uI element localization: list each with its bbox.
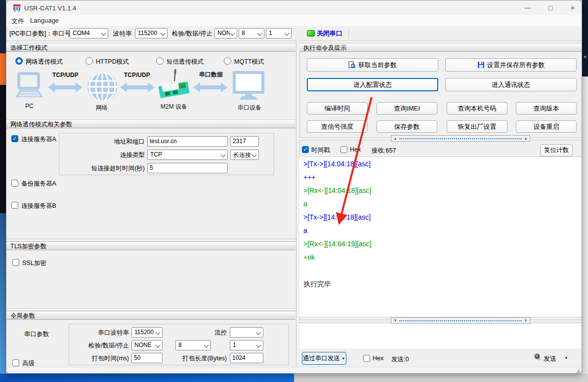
- screen: × USR-CAT1 V1.1.4 — □ × 文件 Language [PC串…: [0, 0, 588, 382]
- global-databits-select[interactable]: 8: [175, 340, 211, 350]
- radio-mqtt-label[interactable]: MQTT模式: [234, 58, 264, 66]
- log-line: +++: [303, 173, 316, 181]
- menu-bar: 文件 Language: [6, 15, 582, 27]
- chevron-down-icon: [161, 31, 166, 36]
- chevron-down-icon: [230, 31, 235, 36]
- chevron-down-icon: [204, 343, 209, 348]
- flow-label: 流控: [187, 329, 227, 337]
- factory-reset-button[interactable]: 恢复出厂设置: [447, 120, 507, 133]
- ssl-label[interactable]: SSL加密: [22, 259, 46, 267]
- sent-count: 发送:0: [391, 355, 409, 364]
- double-arrow-icon: [48, 82, 83, 93]
- desktop-taskbar: [0, 374, 588, 382]
- query-signal-button[interactable]: 查信号强度: [307, 120, 368, 133]
- radio-mqtt[interactable]: [224, 57, 231, 65]
- recv-count: 接收:657: [372, 147, 396, 155]
- radio-net-transparent[interactable]: [15, 57, 23, 65]
- chevron-down-icon: [221, 153, 226, 157]
- maximize-button[interactable]: □: [540, 0, 561, 15]
- log-hex-label[interactable]: Hex: [350, 146, 361, 153]
- get-params-button[interactable]: 获取当前参数: [307, 58, 438, 72]
- port-input[interactable]: 2317: [230, 136, 259, 147]
- send-button[interactable]: 发送: [544, 354, 556, 363]
- close-serial-button[interactable]: 关闭串口: [317, 29, 342, 38]
- timestamp-label[interactable]: 时间戳: [311, 146, 330, 154]
- addr-input[interactable]: test.usr.cn: [147, 136, 228, 147]
- send-horn-icon: [534, 353, 542, 361]
- radio-sms-transparent[interactable]: [156, 57, 164, 65]
- global-parity-select[interactable]: NONE: [131, 340, 163, 350]
- enter-comm-button[interactable]: 进入通讯状态: [445, 78, 577, 91]
- tls-header: TLS加密参数: [6, 241, 295, 250]
- device-reboot-button[interactable]: 设备重启: [516, 120, 577, 133]
- status-strip: ◢: [6, 367, 582, 374]
- pack-time-input[interactable]: 50: [131, 353, 163, 363]
- set-save-params-button[interactable]: 设置并保存所有参数: [445, 58, 577, 72]
- m2m-device-icon: [158, 69, 190, 100]
- radio-sms-transparent-label[interactable]: 短信透传模式: [167, 58, 204, 66]
- radio-httpd[interactable]: [85, 57, 93, 65]
- server-a-label[interactable]: 连接服务器A: [21, 135, 56, 144]
- chevron-down-icon: [256, 330, 261, 335]
- databits-select[interactable]: 8: [239, 28, 264, 38]
- diagram-link3-label: 串口数据: [199, 71, 223, 79]
- log-area[interactable]: >[Tx->][14:04:18][asc] +++ >[Rx<-][14:04…: [299, 156, 582, 317]
- send-splitter-handle[interactable]: ▼ ▼: [391, 317, 530, 324]
- radio-httpd-label[interactable]: HTTPD模式: [96, 58, 129, 66]
- diagram-node-serial-label: 串口设备: [238, 104, 261, 112]
- server-b-label[interactable]: 连接服务器B: [21, 202, 56, 210]
- conn-mode-select[interactable]: 长连接: [230, 150, 259, 160]
- advanced-checkbox[interactable]: [12, 359, 19, 366]
- flow-select[interactable]: [230, 327, 263, 338]
- resize-grip[interactable]: ◢: [576, 368, 580, 373]
- ssl-checkbox[interactable]: [12, 259, 19, 266]
- send-via-serial-button[interactable]: 通过串口发送 ▼: [302, 352, 346, 365]
- global-parity-label: 检验/数据/停止: [81, 342, 129, 350]
- global-baud-select[interactable]: 115200: [131, 327, 163, 338]
- menu-file[interactable]: 文件: [11, 17, 24, 26]
- enter-config-button[interactable]: 进入配置状态: [307, 78, 438, 91]
- log-splitter-handle[interactable]: ▲ ▲: [391, 135, 530, 142]
- collapse-up-icon[interactable]: ▲: [393, 136, 397, 141]
- timestamp-checkbox[interactable]: [302, 146, 309, 153]
- minimize-button[interactable]: —: [517, 0, 539, 15]
- conn-type-select[interactable]: TCP: [147, 150, 228, 160]
- server-a-checkbox[interactable]: [11, 135, 18, 142]
- query-version-button[interactable]: 查询版本: [516, 102, 577, 115]
- parity-select[interactable]: NONI: [214, 28, 237, 38]
- menu-language[interactable]: Language: [30, 17, 59, 24]
- compile-time-button[interactable]: 编译时间: [307, 102, 368, 115]
- reset-count-button[interactable]: 复位计数: [540, 144, 573, 156]
- pack-len-input[interactable]: 1024: [230, 353, 263, 363]
- collapse-up-icon[interactable]: ▲: [524, 136, 528, 141]
- stopbits-select[interactable]: 1: [266, 28, 292, 38]
- baud-select[interactable]: 115200: [135, 28, 168, 38]
- global-params-header: 全局参数: [6, 311, 295, 320]
- send-hex-label[interactable]: Hex: [373, 355, 383, 362]
- backup-a-label[interactable]: 备份服务器A: [21, 180, 56, 188]
- close-button[interactable]: ×: [562, 0, 582, 15]
- server-b-checkbox[interactable]: [11, 202, 18, 209]
- log-hex-checkbox[interactable]: [340, 146, 347, 153]
- timeout-input[interactable]: 5: [147, 163, 228, 173]
- send-dropdown-arrow-icon[interactable]: ▼: [564, 356, 568, 360]
- query-number-button[interactable]: 查询本机号码: [447, 102, 507, 115]
- log-line: +ok: [303, 253, 315, 261]
- collapse-down-icon[interactable]: ▼: [524, 318, 528, 323]
- title-bar: USR-CAT1 V1.1.4 — □ ×: [6, 0, 582, 15]
- log-line: >[Tx->][14:04:18][asc]: [303, 213, 371, 221]
- serial-open-indicator-icon: [307, 30, 315, 37]
- global-stopbits-select[interactable]: 1: [230, 340, 263, 350]
- double-arrow-icon: [120, 82, 155, 93]
- chevron-down-icon: [156, 330, 161, 335]
- dropdown-arrow-icon: ▼: [341, 356, 345, 361]
- send-hex-checkbox[interactable]: [363, 355, 370, 362]
- send-textarea[interactable]: [299, 324, 582, 348]
- query-imei-button[interactable]: 查询IMEI: [377, 102, 437, 115]
- radio-net-transparent-label[interactable]: 网络透传模式: [26, 58, 63, 66]
- backup-a-checkbox[interactable]: [11, 180, 18, 187]
- save-params-button[interactable]: 保存参数: [377, 120, 437, 133]
- collapse-down-icon[interactable]: ▼: [393, 318, 397, 323]
- addr-label: 地址和端口: [71, 138, 145, 146]
- com-port-select[interactable]: COM4: [70, 28, 108, 38]
